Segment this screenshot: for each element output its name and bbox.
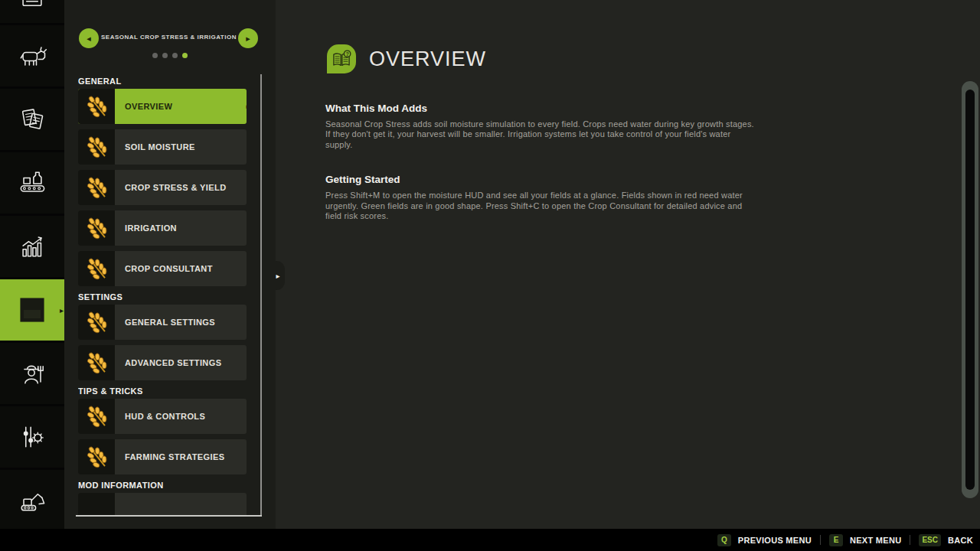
bottom-bar: Q PREVIOUS MENU E NEXT MENU ESC BACK [0, 529, 980, 551]
back-label: BACK [948, 536, 973, 545]
map-icon [15, 0, 49, 8]
carousel-prev-button[interactable]: ◂ [79, 28, 99, 48]
back-button[interactable]: ESC BACK [919, 534, 973, 546]
wheat-icon [78, 129, 115, 165]
mod-settings-icon [15, 420, 49, 454]
mod-guide-icon [15, 293, 49, 327]
next-menu-label: NEXT MENU [850, 536, 901, 545]
content-scrollbar[interactable] [962, 81, 978, 498]
farmer-icon [15, 357, 49, 390]
ribbon-item-mod-settings[interactable] [0, 406, 64, 468]
main-content: ? OVERVIEW What This Mod Adds Seasonal C… [276, 0, 980, 529]
section-header: MOD INFORMATION [78, 480, 247, 491]
sidebar-item-label: CROP CONSULTANT [115, 264, 213, 273]
ribbon-item-production[interactable] [0, 152, 64, 214]
hint-separator [820, 535, 821, 545]
ribbon-item-contracts[interactable] [0, 89, 64, 150]
wheat-icon [78, 439, 115, 474]
page-body: What This Mod Adds Seasonal Crop Stress … [325, 103, 756, 245]
wheat-icon [78, 251, 115, 286]
arrow-left-icon: ◂ [87, 34, 91, 43]
sidebar-menu: GENERALOVERVIEW▸SOIL MOISTURECROP STRESS… [78, 76, 247, 516]
sidebar-item-label: FARMING STRATEGIES [115, 452, 224, 461]
previous-menu-button[interactable]: Q PREVIOUS MENU [717, 534, 812, 546]
hat-icon [78, 493, 115, 516]
carousel-dot[interactable] [172, 53, 178, 58]
contracts-icon [15, 103, 49, 136]
mod-guide-screen: ▸ ◂ SEASONAL CROP STRESS & IRRIGATION MA… [0, 0, 980, 551]
content-scrollbar-thumb[interactable] [965, 90, 975, 490]
sidebar-item-label: ADVANCED SETTINGS [115, 358, 221, 367]
left-ribbon: ▸ [0, 0, 64, 529]
sidebar-item-crop-consultant[interactable]: CROP CONSULTANT [78, 251, 247, 286]
statistics-icon [15, 230, 49, 263]
carousel-title: SEASONAL CROP STRESS & IRRIGATION MA... [101, 34, 239, 41]
section-body: Seasonal Crop Stress adds soil moisture … [325, 119, 756, 150]
section-heading: What This Mod Adds [325, 103, 756, 114]
sidebar-item-farming-strategies[interactable]: FARMING STRATEGIES [78, 439, 247, 474]
sidebar-item-label: HUD & CONTROLS [115, 412, 205, 421]
wheat-icon [78, 89, 115, 124]
hint-separator [910, 535, 910, 545]
ribbon-item-map[interactable] [0, 0, 64, 23]
carousel-dot[interactable] [152, 53, 158, 58]
sidebar-item-mod-info[interactable] [78, 493, 247, 516]
section-header: TIPS & TRICKS [78, 386, 247, 396]
ribbon-item-construction[interactable] [0, 470, 64, 531]
sidebar-item-label: OVERVIEW [115, 102, 172, 111]
arrow-right-icon: ▸ [246, 34, 250, 43]
carousel-dot[interactable] [162, 53, 168, 58]
sidebar-scrollbar[interactable] [260, 74, 262, 515]
section-header: GENERAL [78, 76, 247, 86]
help-book-icon: ? [327, 44, 356, 73]
sidebar-item-hud-controls[interactable]: HUD & CONTROLS [78, 399, 247, 434]
wheat-icon [78, 345, 115, 380]
ribbon-item-mod-guide[interactable]: ▸ [0, 279, 64, 341]
carousel-dots [64, 53, 276, 58]
sidebar-bottom-divider [76, 515, 262, 517]
sidebar-item-advanced-settings[interactable]: ADVANCED SETTINGS [78, 345, 247, 380]
section-heading: Getting Started [325, 174, 756, 185]
sidebar-item-crop-stress-yield[interactable]: CROP STRESS & YIELD [78, 170, 247, 205]
sidebar-item-label: IRRIGATION [115, 223, 177, 233]
svg-text:?: ? [345, 51, 348, 57]
sidebar-item-general-settings[interactable]: GENERAL SETTINGS [78, 305, 247, 340]
sidebar-item-irrigation[interactable]: IRRIGATION [78, 210, 247, 246]
carousel-dot[interactable] [182, 53, 188, 58]
construction-icon [15, 484, 49, 517]
sidebar-item-overview[interactable]: OVERVIEW▸ [78, 89, 247, 124]
ribbon-item-animals[interactable] [0, 25, 64, 86]
sidebar: ◂ SEASONAL CROP STRESS & IRRIGATION MA..… [64, 0, 276, 529]
section-body: Press Shift+M to open the moisture HUD a… [325, 191, 756, 221]
carousel-next-button[interactable]: ▸ [238, 28, 258, 48]
sidebar-item-label: GENERAL SETTINGS [115, 318, 215, 327]
page-title: OVERVIEW [369, 47, 486, 71]
key-esc-badge: ESC [919, 534, 941, 546]
ribbon-item-farmer[interactable] [0, 343, 64, 404]
sidebar-item-label: SOIL MOISTURE [115, 142, 195, 152]
wheat-icon [78, 210, 115, 246]
wheat-icon [78, 399, 115, 434]
wheat-icon [78, 305, 115, 340]
ribbon-item-statistics[interactable] [0, 216, 64, 277]
sidebar-item-label: CROP STRESS & YIELD [115, 183, 227, 192]
animals-icon [15, 39, 49, 73]
selected-tab-arrow-icon: ▸ [60, 306, 64, 315]
sidebar-item-soil-moisture[interactable]: SOIL MOISTURE [78, 129, 247, 165]
selected-item-arrow-icon: ▸ [246, 103, 247, 110]
key-q-badge: Q [717, 534, 731, 546]
production-icon [15, 166, 49, 200]
next-menu-button[interactable]: E NEXT MENU [829, 534, 901, 546]
section-header: SETTINGS [78, 292, 247, 302]
key-e-badge: E [829, 534, 843, 546]
guide-carousel: ◂ SEASONAL CROP STRESS & IRRIGATION MA..… [64, 23, 276, 69]
wheat-icon [78, 170, 115, 205]
page-header: ? OVERVIEW [327, 44, 486, 73]
previous-menu-label: PREVIOUS MENU [738, 536, 812, 545]
